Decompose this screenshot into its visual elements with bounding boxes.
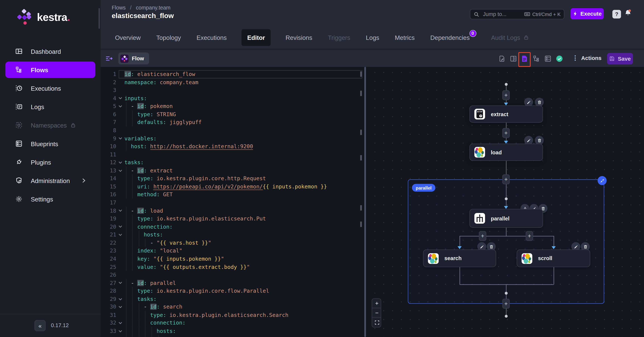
add-task-button[interactable]: + [526, 231, 533, 241]
code-line-3[interactable]: 3 [100, 86, 364, 94]
sidebar-item-plugins[interactable]: Plugins [6, 154, 96, 170]
fold-chevron-icon[interactable] [116, 94, 124, 102]
task-node-parallel[interactable]: parallel [470, 209, 543, 228]
code-editor[interactable]: 1id: elasticsearch_flow2namespace: compa… [100, 67, 364, 337]
code-line-26[interactable]: 26 [100, 271, 364, 279]
panel-splitter[interactable] [364, 67, 366, 337]
flow-file-chip[interactable]: Flow [118, 52, 149, 64]
code-line-29[interactable]: 29 tasks: [100, 295, 364, 303]
code-line-16[interactable]: 16 method: GET [100, 191, 364, 199]
fold-chevron-icon[interactable] [116, 223, 124, 231]
execute-button[interactable]: Execute [570, 8, 604, 19]
sidebar-item-settings[interactable]: Settings [6, 191, 96, 207]
code-line-14[interactable]: 14 type: io.kestra.plugin.core.http.Requ… [100, 174, 364, 182]
add-task-button[interactable]: + [502, 128, 510, 138]
fold-chevron-icon[interactable] [116, 166, 124, 174]
sidebar-item-namespaces[interactable]: Namespaces [6, 117, 96, 133]
search-input[interactable] [482, 10, 521, 17]
task-node-load[interactable]: load [470, 144, 543, 161]
add-task-button[interactable]: + [502, 90, 510, 100]
zoom-out-button[interactable]: − [372, 308, 381, 318]
code-line-23[interactable]: 23 index: "local" [100, 247, 364, 255]
code-line-17[interactable]: 17 [100, 199, 364, 207]
code-line-5[interactable]: 5 - id: pokemon [100, 102, 364, 110]
kestra-logo[interactable]: kestra. [16, 9, 70, 25]
sidebar-item-administration[interactable]: Administration [6, 172, 96, 189]
sidebar-scrollbar[interactable] [98, 8, 100, 29]
tab-logs[interactable]: Logs [365, 29, 380, 46]
code-line-9[interactable]: 9variables: [100, 134, 364, 142]
tab-revisions[interactable]: Revisions [285, 29, 313, 46]
actions-button[interactable]: ⋮ Actions [572, 54, 602, 62]
code-line-31[interactable]: 31 type: io.kestra.plugin.elasticsearch.… [100, 311, 364, 319]
tab-executions[interactable]: Executions [196, 29, 228, 46]
fold-chevron-icon[interactable] [116, 279, 124, 287]
code-line-22[interactable]: 22 - "{{ vars.host }}" [100, 239, 364, 247]
code-line-12[interactable]: 12tasks: [100, 158, 364, 166]
fold-chevron-icon[interactable] [116, 231, 124, 239]
tab-editor[interactable]: Editor [242, 29, 271, 46]
code-line-20[interactable]: 20 connection: [100, 223, 364, 231]
fold-chevron-icon[interactable] [116, 158, 124, 166]
code-line-19[interactable]: 19 type: io.kestra.plugin.elasticsearch.… [100, 215, 364, 223]
tab-metrics[interactable]: Metrics [394, 29, 415, 46]
zoom-in-button[interactable]: + [372, 299, 381, 308]
task-node-extract[interactable]: HTTP? extract [470, 105, 543, 123]
fold-chevron-icon[interactable] [116, 327, 124, 335]
breadcrumb-root[interactable]: Flows [112, 4, 126, 10]
code-line-13[interactable]: 13 - id: extract [100, 166, 364, 174]
code-line-10[interactable]: 10 host: http://host.docker.internal:920… [100, 142, 364, 150]
fold-chevron-icon[interactable] [116, 134, 124, 142]
tab-triggers[interactable]: Triggers [327, 29, 351, 46]
sidebar-item-logs[interactable]: Logs [6, 98, 96, 115]
code-line-2[interactable]: 2namespace: company.team [100, 78, 364, 86]
code-line-8[interactable]: 8 [100, 126, 364, 134]
fold-chevron-icon[interactable] [116, 207, 124, 215]
cluster-collapse-button[interactable] [598, 176, 606, 185]
topology-graph[interactable]: + HTTP? extract + [368, 67, 644, 337]
code-line-7[interactable]: 7 defaults: jigglypuff [100, 118, 364, 126]
code-line-33[interactable]: 33 hosts: [100, 327, 364, 335]
doc-edit-icon[interactable] [498, 55, 506, 62]
code-line-6[interactable]: 6 type: STRING [100, 110, 364, 118]
blueprint-view-icon[interactable] [544, 55, 552, 62]
tab-overview[interactable]: Overview [114, 29, 142, 46]
fold-chevron-icon[interactable] [116, 319, 124, 327]
tab-dependencies[interactable]: Dependencies0 [430, 29, 470, 46]
code-line-27[interactable]: 27 - id: parallel [100, 279, 364, 287]
add-task-button[interactable]: + [479, 231, 486, 241]
fold-chevron-icon[interactable] [116, 295, 124, 303]
code-line-34[interactable]: 34 - "{{ vars.host }}" [100, 335, 364, 337]
topology-view-icon[interactable] [533, 55, 540, 62]
code-line-15[interactable]: 15 uri: https://pokeapi.co/api/v2/pokemo… [100, 183, 364, 191]
sidebar-item-flows[interactable]: Flows [6, 62, 96, 78]
fold-chevron-icon[interactable] [116, 102, 124, 110]
code-line-24[interactable]: 24 key: "{{ inputs.pokemon }}" [100, 255, 364, 263]
fit-view-button[interactable] [372, 318, 381, 327]
split-view-icon[interactable] [510, 55, 517, 62]
code-line-11[interactable]: 11 [100, 150, 364, 158]
sidebar-collapse-button[interactable]: « [34, 320, 46, 331]
code-line-4[interactable]: 4inputs: [100, 94, 364, 102]
code-line-1[interactable]: 1id: elasticsearch_flow [100, 70, 364, 78]
sidebar-item-dashboard[interactable]: Dashboard [6, 43, 96, 59]
code-line-28[interactable]: 28 type: io.kestra.plugin.core.flow.Para… [100, 287, 364, 295]
code-line-30[interactable]: 30 - id: search [100, 303, 364, 311]
task-node-search[interactable]: search [423, 250, 496, 267]
code-line-32[interactable]: 32 connection: [100, 319, 364, 327]
code-line-21[interactable]: 21 hosts: [100, 231, 364, 239]
jump-to-search[interactable]: Ctrl/Cmd + K [470, 9, 564, 19]
breadcrumb-namespace[interactable]: company.team [136, 4, 170, 10]
breadcrumb[interactable]: Flows / company.team [112, 4, 170, 10]
notifications-bell-icon[interactable] [624, 9, 632, 18]
fold-chevron-icon[interactable] [116, 303, 124, 311]
add-task-button[interactable]: + [502, 174, 510, 184]
code-line-18[interactable]: 18 - id: load [100, 207, 364, 215]
tab-topology[interactable]: Topology [156, 29, 182, 46]
task-node-scroll[interactable]: scroll [517, 250, 590, 267]
code-line-25[interactable]: 25 value: "{{ outputs.extract.body }}" [100, 263, 364, 271]
sidebar-item-executions[interactable]: Executions [6, 80, 96, 96]
add-task-button[interactable]: + [502, 299, 510, 309]
help-button[interactable]: ? [612, 10, 621, 18]
save-button[interactable]: Save [607, 53, 633, 64]
